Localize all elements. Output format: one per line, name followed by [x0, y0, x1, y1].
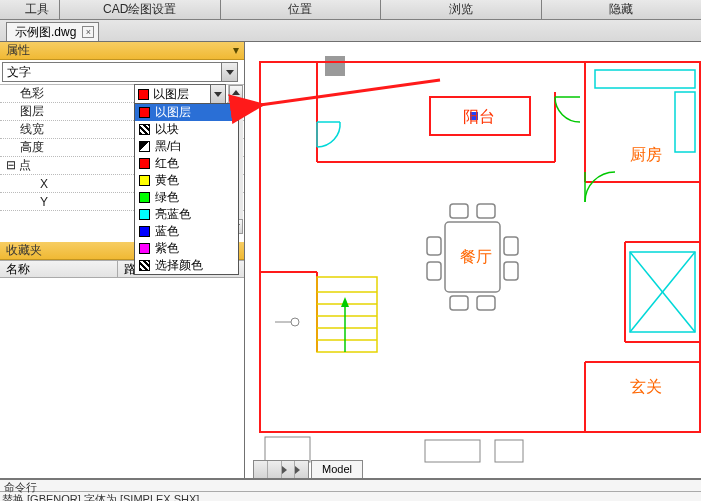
- color-swatch-icon: [139, 141, 150, 152]
- drawing-canvas[interactable]: 阳台 厨房 餐厅 玄关: [245, 42, 701, 478]
- svg-rect-46: [495, 440, 523, 462]
- prop-label-y: Y: [0, 195, 130, 209]
- svg-rect-26: [450, 204, 468, 218]
- color-option-blue[interactable]: 蓝色: [135, 223, 238, 240]
- svg-rect-45: [425, 440, 480, 462]
- svg-point-42: [291, 318, 299, 326]
- color-option-label: 黑/白: [155, 138, 182, 155]
- prop-label-color: 色彩: [0, 85, 130, 102]
- color-swatch-icon: [139, 107, 150, 118]
- color-option-label: 蓝色: [155, 223, 179, 240]
- color-option-label: 以图层: [155, 104, 191, 121]
- collapse-icon[interactable]: ▾: [228, 42, 244, 59]
- nav-prev-icon[interactable]: [268, 461, 282, 478]
- color-option-label: 绿色: [155, 189, 179, 206]
- color-option-cyan[interactable]: 亮蓝色: [135, 206, 238, 223]
- command-bar-title: 命令行: [0, 480, 701, 491]
- color-option-magenta[interactable]: 紫色: [135, 240, 238, 257]
- menu-item-tools[interactable]: 工具: [0, 0, 60, 19]
- color-swatch-icon: [139, 124, 150, 135]
- properties-header-label: 属性: [6, 42, 30, 59]
- color-swatch-icon: [139, 226, 150, 237]
- menu-bar: 工具 CAD绘图设置 位置 浏览 隐藏: [0, 0, 701, 20]
- svg-rect-29: [477, 296, 495, 310]
- chevron-down-icon: [214, 92, 222, 97]
- document-tab[interactable]: 示例图.dwg ×: [6, 22, 99, 41]
- color-swatch-icon: [138, 89, 149, 100]
- svg-rect-28: [450, 296, 468, 310]
- color-option-label: 以块: [155, 121, 179, 138]
- svg-rect-33: [504, 262, 518, 280]
- color-swatch-icon: [139, 175, 150, 186]
- menu-item-browse[interactable]: 浏览: [381, 0, 542, 19]
- layout-tab-model[interactable]: Model: [311, 460, 363, 478]
- menu-item-hide[interactable]: 隐藏: [542, 0, 702, 19]
- favorites-col-name[interactable]: 名称: [0, 261, 118, 277]
- svg-rect-27: [477, 204, 495, 218]
- nav-first-icon[interactable]: [254, 461, 268, 478]
- properties-panel: 属性 ▾ 文字 色彩 图层 线宽 高度 ⊟ 点 X Y: [0, 42, 245, 478]
- label-kitchen: 厨房: [630, 146, 662, 163]
- color-combo[interactable]: 以图层: [134, 84, 226, 104]
- svg-marker-41: [341, 297, 349, 307]
- prop-group-point[interactable]: ⊟ 点: [0, 157, 130, 174]
- color-option-yellow[interactable]: 黄色: [135, 172, 238, 189]
- favorites-header-label: 收藏夹: [6, 242, 42, 259]
- color-swatch-icon: [139, 192, 150, 203]
- color-option-select[interactable]: 选择颜色: [135, 257, 238, 274]
- scroll-up-button[interactable]: [229, 85, 243, 100]
- tree-toggle-icon[interactable]: ⊟: [6, 158, 16, 172]
- object-type-value: 文字: [3, 64, 221, 81]
- layout-tabs: Model: [253, 459, 363, 478]
- label-balcony: 阳台: [463, 108, 495, 125]
- svg-rect-17: [675, 92, 695, 152]
- nav-next-icon[interactable]: [282, 461, 296, 478]
- command-bar-line: 替换 [GBENOR] 字体为 [SIMPLEX.SHX]: [0, 491, 701, 501]
- color-swatch-icon: [139, 260, 150, 271]
- color-option-byblock[interactable]: 以块: [135, 121, 238, 138]
- prop-label-x: X: [0, 177, 130, 191]
- color-option-label: 紫色: [155, 240, 179, 257]
- prop-label-layer: 图层: [0, 103, 130, 120]
- color-dropdown-menu: 以图层 以块 黑/白 红色 黄色 绿色 亮蓝色 蓝色 紫色 选择颜色: [134, 103, 239, 275]
- svg-rect-32: [504, 237, 518, 255]
- menu-item-cad-settings[interactable]: CAD绘图设置: [60, 0, 221, 19]
- svg-rect-0: [325, 56, 345, 76]
- color-option-label: 红色: [155, 155, 179, 172]
- favorites-list[interactable]: [0, 278, 244, 478]
- layout-tab-nav[interactable]: [253, 460, 309, 478]
- command-bar: 命令行 替换 [GBENOR] 字体为 [SIMPLEX.SHX]: [0, 478, 701, 501]
- color-option-label: 亮蓝色: [155, 206, 191, 223]
- floor-plan-svg: 阳台 厨房 餐厅 玄关: [245, 42, 701, 478]
- object-type-dropdown-button[interactable]: [221, 63, 237, 81]
- color-combo-dropdown-button[interactable]: [210, 85, 225, 103]
- color-option-bw[interactable]: 黑/白: [135, 138, 238, 155]
- color-combo-value: 以图层: [153, 86, 189, 103]
- object-type-select[interactable]: 文字: [2, 62, 238, 82]
- color-option-bylayer[interactable]: 以图层: [135, 104, 238, 121]
- nav-last-icon[interactable]: [295, 461, 308, 478]
- label-dining: 餐厅: [460, 248, 492, 265]
- svg-rect-30: [427, 237, 441, 255]
- color-option-red[interactable]: 红色: [135, 155, 238, 172]
- prop-label-point: 点: [19, 158, 31, 172]
- svg-rect-31: [427, 262, 441, 280]
- menu-item-position[interactable]: 位置: [221, 0, 382, 19]
- color-option-label: 黄色: [155, 172, 179, 189]
- prop-label-lineweight: 线宽: [0, 121, 130, 138]
- color-swatch-icon: [139, 243, 150, 254]
- prop-label-height: 高度: [0, 139, 130, 156]
- chevron-down-icon: [226, 70, 234, 75]
- properties-header[interactable]: 属性 ▾: [0, 42, 244, 60]
- color-swatch-icon: [139, 209, 150, 220]
- document-tab-title: 示例图.dwg: [15, 24, 76, 41]
- color-option-label: 选择颜色: [155, 257, 203, 274]
- document-tab-row: 示例图.dwg ×: [0, 20, 701, 42]
- color-swatch-icon: [139, 158, 150, 169]
- label-foyer: 玄关: [630, 378, 662, 395]
- color-option-green[interactable]: 绿色: [135, 189, 238, 206]
- chevron-up-icon: [232, 90, 240, 95]
- svg-rect-16: [595, 70, 695, 88]
- close-icon[interactable]: ×: [82, 26, 94, 38]
